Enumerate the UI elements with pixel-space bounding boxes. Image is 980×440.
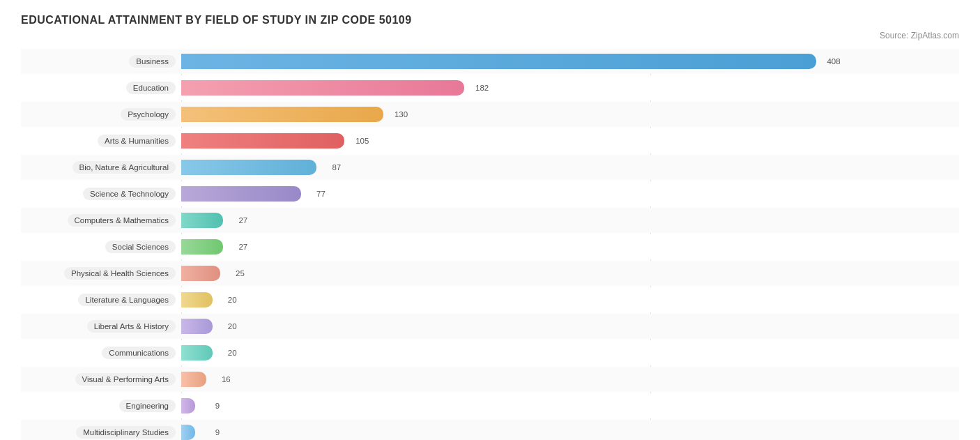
bar-label-text: Education	[126, 82, 176, 94]
bar-value-label: 20	[228, 296, 237, 304]
bar-label: Social Sciences	[21, 241, 181, 253]
bar-label: Computers & Mathematics	[21, 214, 181, 227]
bar-row: Science & Technology77	[21, 181, 959, 206]
grid-container: Business408Education182Psychology130Arts…	[21, 49, 959, 440]
bars-section: Business408Education182Psychology130Arts…	[21, 49, 959, 440]
bar-value-label: 25	[236, 269, 245, 278]
bar: 408	[181, 54, 816, 69]
bar-label-text: Communications	[102, 347, 176, 359]
bar-label: Literature & Languages	[21, 294, 181, 306]
bar-row: Education182	[21, 75, 959, 100]
chart-wrapper: EDUCATIONAL ATTAINMENT BY FIELD OF STUDY…	[21, 14, 959, 440]
bar-row: Social Sciences27	[21, 234, 959, 259]
bar-value-label: 87	[332, 163, 341, 172]
bar-label: Engineering	[21, 400, 181, 412]
bar-row: Liberal Arts & History20	[21, 314, 959, 339]
chart-area: Business408Education182Psychology130Arts…	[21, 49, 959, 440]
bar: 9	[181, 398, 195, 414]
bar-label: Arts & Humanities	[21, 135, 181, 147]
bar-label-text: Psychology	[121, 108, 176, 121]
bar-label-text: Bio, Nature & Agricultural	[72, 161, 176, 174]
bar: 16	[181, 372, 206, 387]
bar-row: Business408	[21, 49, 959, 74]
bar-value-label: 16	[222, 375, 231, 384]
bar-label-text: Social Sciences	[105, 241, 176, 253]
bar-row: Communications20	[21, 340, 959, 365]
bar-value-label: 130	[395, 110, 408, 119]
bar-value-label: 105	[355, 137, 369, 145]
bar-container: 16	[181, 370, 959, 389]
bar-label-text: Engineering	[119, 400, 176, 412]
bar-container: 9	[181, 396, 959, 416]
bar-value-label: 77	[316, 190, 326, 198]
bar: 87	[181, 160, 316, 175]
bar-container: 182	[181, 78, 959, 98]
bar-value-label: 9	[215, 428, 220, 437]
bar-value-label: 27	[238, 243, 247, 251]
bar-container: 27	[181, 237, 959, 257]
bar-container: 20	[181, 317, 959, 336]
bar-container: 130	[181, 105, 959, 124]
bar-label: Visual & Performing Arts	[21, 373, 181, 386]
bar-row: Visual & Performing Arts16	[21, 367, 959, 392]
bar-label: Business	[21, 55, 181, 68]
bar-value-label: 20	[228, 322, 237, 331]
source-label: Source: ZipAtlas.com	[21, 31, 959, 40]
bar-label-text: Visual & Performing Arts	[75, 373, 176, 386]
bar: 20	[181, 345, 213, 361]
bar-value-label: 9	[215, 402, 220, 410]
bar-label: Liberal Arts & History	[21, 320, 181, 333]
bar-label-text: Arts & Humanities	[98, 135, 176, 147]
bar-label: Multidisciplinary Studies	[21, 426, 181, 439]
bar-row: Literature & Languages20	[21, 287, 959, 312]
bar: 20	[181, 319, 213, 334]
bar-label: Physical & Health Sciences	[21, 267, 181, 280]
bar-label-text: Science & Technology	[83, 188, 176, 200]
bar-row: Bio, Nature & Agricultural87	[21, 155, 959, 180]
bar-row: Arts & Humanities105	[21, 128, 959, 153]
bar-row: Physical & Health Sciences25	[21, 261, 959, 286]
bar-container: 20	[181, 343, 959, 363]
bar: 9	[181, 425, 195, 440]
bar-label-text: Computers & Mathematics	[68, 214, 176, 227]
bar-container: 105	[181, 131, 959, 151]
bar-container: 25	[181, 264, 959, 283]
bar-label-text: Business	[129, 55, 176, 68]
bar: 27	[181, 213, 223, 228]
bar-label: Education	[21, 82, 181, 94]
bar-label-text: Physical & Health Sciences	[64, 267, 176, 280]
bar: 20	[181, 292, 213, 308]
bar-label: Bio, Nature & Agricultural	[21, 161, 181, 174]
bar: 25	[181, 266, 220, 281]
bar-label-text: Liberal Arts & History	[87, 320, 176, 333]
bar-container: 408	[181, 52, 959, 71]
bar-container: 20	[181, 290, 959, 310]
bar-label-text: Literature & Languages	[78, 294, 176, 306]
bar-container: 77	[181, 184, 959, 204]
bar-value-label: 27	[238, 216, 247, 225]
chart-title: EDUCATIONAL ATTAINMENT BY FIELD OF STUDY…	[21, 14, 959, 26]
bar-row: Psychology130	[21, 102, 959, 127]
bar-container: 27	[181, 211, 959, 230]
bar-container: 87	[181, 158, 959, 177]
bar-value-label: 408	[827, 57, 840, 66]
bar-label: Communications	[21, 347, 181, 359]
bar: 130	[181, 107, 383, 122]
bar-label-text: Multidisciplinary Studies	[76, 426, 176, 439]
bar-value-label: 20	[228, 349, 237, 357]
bar: 105	[181, 133, 344, 149]
bar-row: Multidisciplinary Studies9	[21, 420, 959, 440]
bar-label: Science & Technology	[21, 188, 181, 200]
bar-row: Engineering9	[21, 393, 959, 418]
bar: 77	[181, 186, 301, 202]
bar: 27	[181, 239, 223, 255]
bar-label: Psychology	[21, 108, 181, 121]
bar-value-label: 182	[475, 84, 489, 92]
bar: 182	[181, 80, 464, 96]
bar-container: 9	[181, 423, 959, 440]
bar-row: Computers & Mathematics27	[21, 208, 959, 233]
